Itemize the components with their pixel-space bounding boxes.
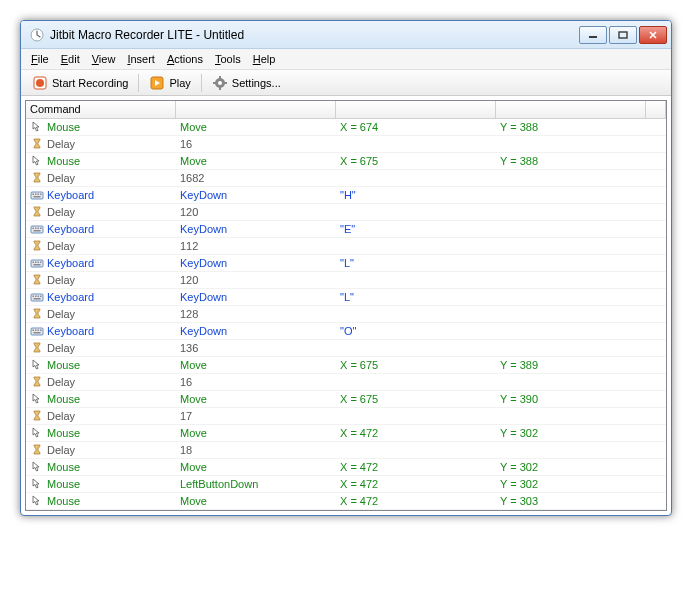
column-header-2[interactable] xyxy=(336,101,496,118)
svg-rect-15 xyxy=(38,194,40,196)
table-row[interactable]: MouseMoveX = 472Y = 303 xyxy=(26,493,666,510)
cell-command: Mouse xyxy=(26,460,176,474)
content-area: Command MouseMoveX = 674Y = 388Delay16Mo… xyxy=(21,96,671,515)
delay-icon xyxy=(30,341,44,355)
table-row[interactable]: KeyboardKeyDown"L" xyxy=(26,255,666,272)
delay-icon xyxy=(30,375,44,389)
table-row[interactable]: MouseLeftButtonDownX = 472Y = 302 xyxy=(26,476,666,493)
play-icon xyxy=(149,75,165,91)
table-row[interactable]: Delay136 xyxy=(26,340,666,357)
cell-action: KeyDown xyxy=(176,189,336,201)
cell-action: 120 xyxy=(176,206,336,218)
table-row[interactable]: KeyboardKeyDown"E" xyxy=(26,221,666,238)
cell-p2: Y = 388 xyxy=(496,121,646,133)
cell-action: KeyDown xyxy=(176,325,336,337)
cell-command-text: Mouse xyxy=(47,121,80,133)
menu-edit[interactable]: Edit xyxy=(55,51,86,67)
svg-rect-1 xyxy=(589,36,597,38)
table-row[interactable]: KeyboardKeyDown"H" xyxy=(26,187,666,204)
toolbar-separator xyxy=(201,74,202,92)
grid-body[interactable]: MouseMoveX = 674Y = 388Delay16MouseMoveX… xyxy=(26,119,666,510)
menu-view[interactable]: View xyxy=(86,51,122,67)
cell-command: Mouse xyxy=(26,426,176,440)
minimize-button[interactable] xyxy=(579,26,607,44)
cell-p2: Y = 303 xyxy=(496,495,646,507)
table-row[interactable]: Delay17 xyxy=(26,408,666,425)
gear-icon xyxy=(212,75,228,91)
cell-command-text: Mouse xyxy=(47,461,80,473)
table-row[interactable]: MouseMoveX = 472Y = 302 xyxy=(26,425,666,442)
cell-command: Mouse xyxy=(26,120,176,134)
menu-tools[interactable]: Tools xyxy=(209,51,247,67)
column-header-1[interactable] xyxy=(176,101,336,118)
start-recording-button[interactable]: Start Recording xyxy=(25,72,135,94)
table-row[interactable]: MouseMoveX = 675Y = 390 xyxy=(26,391,666,408)
table-row[interactable]: MouseMoveX = 675Y = 388 xyxy=(26,153,666,170)
svg-rect-13 xyxy=(33,194,35,196)
svg-rect-32 xyxy=(35,296,37,298)
column-header-command[interactable]: Command xyxy=(26,101,176,118)
table-row[interactable]: Delay1682 xyxy=(26,170,666,187)
svg-rect-23 xyxy=(34,230,41,232)
start-recording-label: Start Recording xyxy=(52,77,128,89)
cell-command: Keyboard xyxy=(26,324,176,338)
menu-insert[interactable]: Insert xyxy=(121,51,161,67)
svg-rect-14 xyxy=(35,194,37,196)
table-row[interactable]: Delay16 xyxy=(26,136,666,153)
cell-command: Mouse xyxy=(26,477,176,491)
play-button[interactable]: Play xyxy=(142,72,197,94)
maximize-button[interactable] xyxy=(609,26,637,44)
cell-action: Move xyxy=(176,155,336,167)
cell-command-text: Delay xyxy=(47,308,75,320)
cell-command-text: Keyboard xyxy=(47,325,94,337)
table-row[interactable]: KeyboardKeyDown"L" xyxy=(26,289,666,306)
svg-rect-33 xyxy=(38,296,40,298)
cell-command-text: Mouse xyxy=(47,495,80,507)
table-row[interactable]: MouseMoveX = 674Y = 388 xyxy=(26,119,666,136)
svg-rect-16 xyxy=(40,194,42,196)
table-row[interactable]: Delay120 xyxy=(26,204,666,221)
column-header-3[interactable] xyxy=(496,101,646,118)
table-row[interactable]: Delay128 xyxy=(26,306,666,323)
table-row[interactable]: Delay120 xyxy=(26,272,666,289)
cell-command: Delay xyxy=(26,307,176,321)
cell-command-text: Mouse xyxy=(47,359,80,371)
table-row[interactable]: Delay112 xyxy=(26,238,666,255)
menu-help[interactable]: Help xyxy=(247,51,282,67)
cell-p2: Y = 302 xyxy=(496,427,646,439)
svg-point-7 xyxy=(218,81,222,85)
cell-action: 112 xyxy=(176,240,336,252)
play-label: Play xyxy=(169,77,190,89)
mouse-icon xyxy=(30,494,44,508)
table-row[interactable]: Delay18 xyxy=(26,442,666,459)
grid-header[interactable]: Command xyxy=(26,101,666,119)
cell-command-text: Keyboard xyxy=(47,291,94,303)
table-row[interactable]: MouseMoveX = 472Y = 302 xyxy=(26,459,666,476)
delay-icon xyxy=(30,307,44,321)
menu-actions[interactable]: Actions xyxy=(161,51,209,67)
macro-grid[interactable]: Command MouseMoveX = 674Y = 388Delay16Mo… xyxy=(25,100,667,511)
cell-command: Delay xyxy=(26,137,176,151)
cell-action: 1682 xyxy=(176,172,336,184)
titlebar[interactable]: Jitbit Macro Recorder LITE - Untitled xyxy=(21,21,671,49)
cell-action: KeyDown xyxy=(176,223,336,235)
record-icon xyxy=(32,75,48,91)
cell-command-text: Mouse xyxy=(47,478,80,490)
table-row[interactable]: KeyboardKeyDown"O" xyxy=(26,323,666,340)
table-row[interactable]: MouseMoveX = 675Y = 389 xyxy=(26,357,666,374)
keyboard-icon xyxy=(30,290,44,304)
menu-file[interactable]: File xyxy=(25,51,55,67)
table-row[interactable]: Delay16 xyxy=(26,374,666,391)
delay-icon xyxy=(30,137,44,151)
column-header-4[interactable] xyxy=(646,101,666,118)
cell-p1: "E" xyxy=(336,223,496,235)
close-button[interactable] xyxy=(639,26,667,44)
settings-button[interactable]: Settings... xyxy=(205,72,288,94)
cell-p2: Y = 302 xyxy=(496,461,646,473)
svg-rect-28 xyxy=(40,262,42,264)
cell-command-text: Keyboard xyxy=(47,189,94,201)
cell-command-text: Delay xyxy=(47,342,75,354)
cell-action: 128 xyxy=(176,308,336,320)
cell-action: KeyDown xyxy=(176,291,336,303)
cell-command: Delay xyxy=(26,341,176,355)
